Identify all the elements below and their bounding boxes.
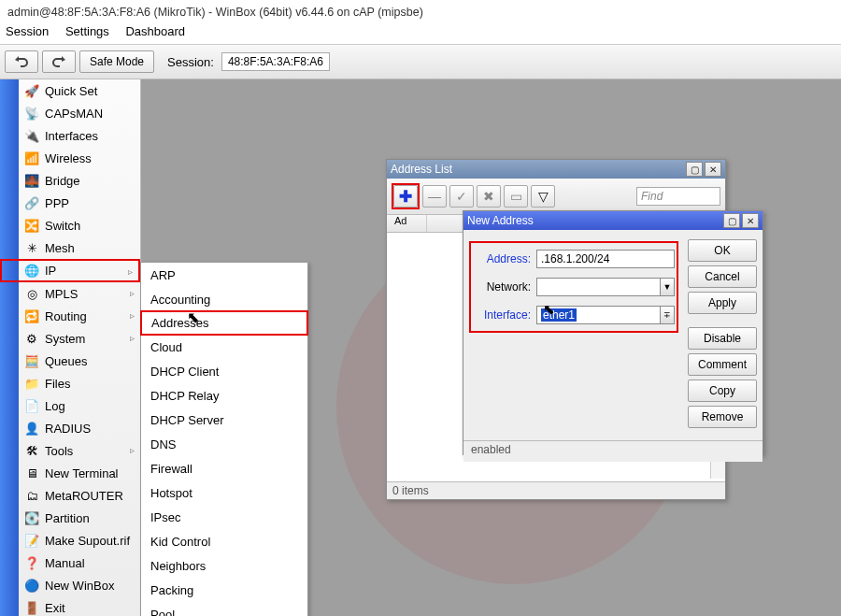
col-address[interactable]: Ad bbox=[392, 215, 427, 232]
sidebar-icon: 🔗 bbox=[24, 195, 39, 210]
sidebar-icon: ⚙ bbox=[24, 331, 39, 346]
sidebar-label: Bridge bbox=[45, 174, 80, 188]
ok-button[interactable]: OK bbox=[688, 239, 757, 262]
sidebar-item-tools[interactable]: 🛠Tools▹ bbox=[19, 439, 140, 462]
sidebar-item-files[interactable]: 📁Files bbox=[19, 372, 140, 394]
sidebar-item-queues[interactable]: 🧮Queues bbox=[19, 350, 140, 372]
sidebar-item-manual[interactable]: ❓Manual bbox=[19, 552, 140, 574]
sidebar-item-bridge[interactable]: 🌉Bridge bbox=[19, 169, 140, 192]
session-label: Session: bbox=[167, 55, 214, 69]
session-value[interactable]: 48:8F:5A:3A:F8:A6 bbox=[221, 52, 330, 71]
sidebar-item-system[interactable]: ⚙System▹ bbox=[19, 327, 140, 350]
find-input[interactable]: Find bbox=[636, 187, 720, 206]
sidebar-icon: ◎ bbox=[24, 286, 39, 301]
network-dropdown[interactable]: ▼ bbox=[661, 278, 675, 296]
submenu-item-ipsec[interactable]: IPsec bbox=[141, 505, 307, 529]
submenu-item-hotspot[interactable]: Hotspot bbox=[141, 480, 307, 505]
sidebar-item-ip[interactable]: 🌐IP▹ bbox=[0, 259, 140, 282]
submenu-item-neighbors[interactable]: Neighbors bbox=[141, 553, 307, 578]
cursor-icon: ⬉ bbox=[543, 301, 555, 318]
submenu-item-dhcp-client[interactable]: DHCP Client bbox=[141, 359, 307, 383]
submenu-arrow-icon: ▹ bbox=[130, 288, 135, 298]
address-input[interactable]: .168.1.200/24 bbox=[536, 250, 675, 268]
address-label: Address: bbox=[473, 252, 531, 265]
sidebar-item-ppp[interactable]: 🔗PPP bbox=[19, 192, 140, 214]
submenu-item-pool[interactable]: Pool bbox=[141, 602, 307, 616]
remove-button[interactable]: — bbox=[422, 185, 447, 208]
apply-button[interactable]: Apply bbox=[688, 292, 757, 314]
interface-dropdown[interactable]: ∓ bbox=[661, 306, 675, 324]
sidebar-label: System bbox=[45, 332, 85, 346]
menu-session[interactable]: Session bbox=[6, 24, 49, 38]
enable-button[interactable]: ✓ bbox=[449, 185, 474, 208]
min-button[interactable]: ▢ bbox=[686, 162, 703, 177]
sidebar-item-routing[interactable]: 🔁Routing▹ bbox=[19, 305, 140, 327]
disable-button[interactable]: Disable bbox=[688, 327, 757, 350]
submenu-item-dhcp-relay[interactable]: DHCP Relay bbox=[141, 383, 307, 408]
sidebar-item-new-terminal[interactable]: 🖥New Terminal bbox=[19, 462, 140, 484]
sidebar-icon: ❓ bbox=[24, 555, 39, 570]
address-list-status: 0 items bbox=[387, 482, 725, 503]
sidebar-icon: 🗂 bbox=[24, 488, 39, 503]
new-address-form: Address: .168.1.200/24 Network: ▼ Interf… bbox=[469, 236, 678, 456]
submenu-arrow-icon: ▹ bbox=[128, 266, 133, 277]
sidebar-label: New Terminal bbox=[45, 466, 119, 480]
sidebar-item-metarouter[interactable]: 🗂MetaROUTER bbox=[19, 484, 140, 507]
sidebar-item-mesh[interactable]: ✳Mesh bbox=[19, 236, 140, 259]
sidebar-icon: 🌐 bbox=[24, 264, 39, 279]
comment-button[interactable]: ▭ bbox=[504, 185, 528, 208]
sidebar-label: RADIUS bbox=[45, 422, 91, 436]
sidebar-label: PPP bbox=[45, 196, 69, 210]
sidebar-icon: 🚪 bbox=[24, 600, 39, 615]
sidebar-label: Partition bbox=[45, 511, 90, 525]
copy-button[interactable]: Copy bbox=[688, 380, 757, 402]
submenu-item-arp[interactable]: ARP bbox=[141, 263, 307, 287]
close-button[interactable]: ✕ bbox=[742, 213, 759, 228]
sidebar-icon: 📄 bbox=[24, 398, 39, 413]
close-button[interactable]: ✕ bbox=[705, 162, 721, 177]
sidebar-label: Tools bbox=[45, 444, 73, 458]
sidebar-icon: 💽 bbox=[24, 510, 39, 525]
sidebar-item-radius[interactable]: 👤RADIUS bbox=[19, 417, 140, 439]
sidebar-item-log[interactable]: 📄Log bbox=[19, 394, 140, 417]
submenu-item-addresses[interactable]: Addresses bbox=[140, 310, 308, 336]
submenu-item-firewall[interactable]: Firewall bbox=[141, 456, 307, 480]
undo-button[interactable] bbox=[5, 50, 38, 73]
sidebar-item-make-supout-rif[interactable]: 📝Make Supout.rif bbox=[19, 529, 140, 552]
comment-button[interactable]: Comment bbox=[688, 353, 757, 376]
sidebar-item-exit[interactable]: 🚪Exit bbox=[19, 596, 140, 616]
sidebar-item-partition[interactable]: 💽Partition bbox=[19, 507, 140, 529]
sidebar-label: MetaROUTER bbox=[45, 489, 123, 503]
redo-button[interactable] bbox=[42, 50, 76, 73]
network-input[interactable] bbox=[536, 278, 661, 296]
safe-mode-button[interactable]: Safe Mode bbox=[79, 50, 154, 73]
remove-button[interactable]: Remove bbox=[688, 406, 757, 428]
sidebar-item-quick-set[interactable]: 🚀Quick Set bbox=[19, 79, 140, 102]
sidebar-item-capsman[interactable]: 📡CAPsMAN bbox=[19, 102, 140, 124]
sidebar-item-mpls[interactable]: ◎MPLS▹ bbox=[19, 282, 140, 305]
sidebar-icon: 📁 bbox=[24, 376, 39, 391]
menu-dashboard[interactable]: Dashboard bbox=[125, 24, 185, 38]
sidebar-item-switch[interactable]: 🔀Switch bbox=[19, 214, 140, 236]
submenu-arrow-icon: ▹ bbox=[130, 310, 135, 321]
new-address-status: enabled bbox=[463, 440, 763, 462]
disable-button[interactable]: ✖ bbox=[477, 185, 501, 208]
menu-settings[interactable]: Settings bbox=[65, 24, 109, 38]
submenu-item-accounting[interactable]: Accounting bbox=[141, 287, 307, 311]
submenu-item-dhcp-server[interactable]: DHCP Server bbox=[141, 408, 307, 432]
filter-button[interactable]: ▽ bbox=[531, 185, 555, 208]
submenu-item-dns[interactable]: DNS bbox=[141, 432, 307, 456]
sidebar-item-new-winbox[interactable]: 🔵New WinBox bbox=[19, 574, 140, 596]
add-button[interactable]: ✚ bbox=[393, 185, 418, 208]
sidebar-label: Mesh bbox=[45, 241, 75, 255]
min-button[interactable]: ▢ bbox=[723, 213, 740, 228]
address-list-title: Address List bbox=[391, 163, 684, 176]
sidebar-label: New WinBox bbox=[45, 579, 114, 593]
ip-submenu: ARPAccountingAddressesCloudDHCP ClientDH… bbox=[140, 262, 308, 616]
submenu-item-packing[interactable]: Packing bbox=[141, 578, 307, 602]
submenu-item-cloud[interactable]: Cloud bbox=[141, 335, 307, 359]
sidebar-item-wireless[interactable]: 📶Wireless bbox=[19, 147, 140, 169]
cancel-button[interactable]: Cancel bbox=[688, 265, 757, 288]
submenu-item-kid-control[interactable]: Kid Control bbox=[141, 529, 307, 553]
sidebar-item-interfaces[interactable]: 🔌Interfaces bbox=[19, 124, 140, 147]
